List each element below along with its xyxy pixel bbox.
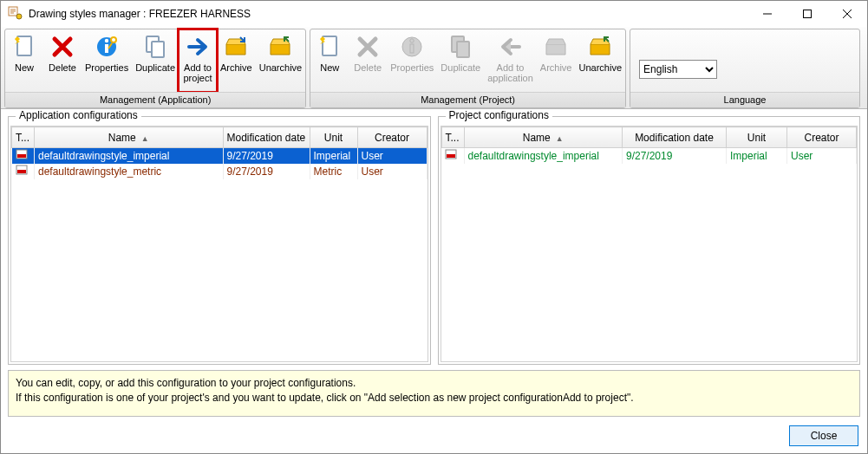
- proj-archive-button[interactable]: Archive: [537, 29, 576, 92]
- duplicate-icon: [447, 33, 474, 61]
- table-row[interactable]: defaultdrawingstyle_imperial 9/27/2019 I…: [12, 148, 427, 164]
- maximize-button[interactable]: [787, 1, 827, 27]
- ribbon: New Delete Properties Duplicate Add to p…: [1, 27, 867, 109]
- cell-mod: 9/27/2019: [223, 148, 310, 164]
- app-icon: [8, 6, 23, 22]
- col-unit[interactable]: Unit: [727, 127, 787, 148]
- info-panel: You can edit, copy, or add this configur…: [8, 370, 860, 417]
- close-window-button[interactable]: [827, 1, 867, 27]
- proj-unarchive-button[interactable]: Unarchive: [576, 29, 626, 92]
- ribbon-group-lang-caption: Language: [630, 92, 859, 107]
- project-configurations-pane: Project configurations T... Name▲ Modifi…: [438, 116, 861, 365]
- proj-delete-button[interactable]: Delete: [349, 29, 387, 92]
- svg-rect-23: [17, 170, 26, 173]
- proj-properties-button[interactable]: Properties: [387, 29, 437, 92]
- dwg-file-icon: [16, 165, 28, 175]
- proj-add-to-application-button[interactable]: Add to application: [484, 29, 537, 92]
- arrow-right-icon: [184, 33, 212, 61]
- language-select[interactable]: English: [639, 60, 717, 79]
- app-new-button[interactable]: New: [5, 29, 43, 92]
- proj-properties-label: Properties: [390, 62, 434, 73]
- bottom-bar: Close: [1, 422, 867, 453]
- archive-icon: [542, 33, 570, 61]
- sort-asc-icon: ▲: [141, 134, 149, 143]
- cell-unit: Imperial: [727, 148, 787, 164]
- application-configurations-table[interactable]: T... Name▲ Modification date Unit Creato…: [11, 126, 427, 179]
- svg-rect-19: [457, 42, 469, 57]
- dwg-file-icon: [16, 149, 28, 159]
- col-creator[interactable]: Creator: [357, 127, 427, 148]
- left-pane-title: Application configurations: [16, 109, 141, 121]
- svg-point-9: [111, 37, 116, 42]
- unarchive-icon: [266, 33, 294, 61]
- app-add-label: Add to project: [183, 62, 212, 83]
- proj-duplicate-label: Duplicate: [441, 62, 480, 73]
- svg-rect-16: [410, 44, 414, 53]
- properties-icon: [398, 33, 426, 61]
- cell-unit: Metric: [310, 164, 357, 179]
- col-creator[interactable]: Creator: [787, 127, 857, 148]
- ribbon-group-project: New Delete Properties Duplicate Add to a…: [310, 29, 626, 108]
- app-properties-label: Properties: [85, 62, 128, 73]
- new-icon: [316, 33, 343, 61]
- table-row[interactable]: defaultdrawingstyle_imperial 9/27/2019 I…: [441, 148, 857, 164]
- ribbon-group-language: English Language: [630, 29, 860, 108]
- titlebar: Drawing styles manager : FREEZER HARNESS: [1, 1, 867, 27]
- app-add-to-project-button[interactable]: Add to project: [179, 29, 217, 92]
- body: Application configurations T... Name▲ Mo…: [1, 109, 867, 368]
- svg-rect-25: [447, 154, 455, 158]
- unarchive-icon: [586, 33, 614, 61]
- cell-mod: 9/27/2019: [223, 164, 310, 179]
- svg-point-8: [105, 39, 108, 42]
- ribbon-group-application: New Delete Properties Duplicate Add to p…: [4, 29, 306, 108]
- new-icon: [10, 33, 38, 61]
- svg-rect-7: [105, 44, 108, 53]
- arrow-left-icon: [497, 33, 525, 61]
- ribbon-group-app-caption: Management (Application): [5, 92, 305, 107]
- window: Drawing styles manager : FREEZER HARNESS…: [0, 0, 868, 454]
- table-row[interactable]: defaultdrawingstyle_metric 9/27/2019 Met…: [12, 164, 427, 179]
- delete-icon: [354, 33, 382, 61]
- sort-asc-icon: ▲: [556, 134, 564, 143]
- dwg-file-icon: [445, 149, 457, 159]
- proj-new-button[interactable]: New: [310, 29, 349, 92]
- info-line-2: If this configuration is one of your pro…: [16, 391, 852, 405]
- cell-creator: User: [357, 164, 427, 179]
- col-mod[interactable]: Modification date: [223, 127, 310, 148]
- col-type[interactable]: T...: [441, 127, 464, 148]
- col-name[interactable]: Name▲: [35, 127, 224, 148]
- properties-icon: [93, 33, 121, 61]
- ribbon-group-proj-caption: Management (Project): [310, 92, 625, 107]
- svg-point-1: [16, 14, 22, 19]
- app-unarchive-button[interactable]: Unarchive: [256, 29, 306, 92]
- archive-icon: [222, 33, 250, 61]
- col-name[interactable]: Name▲: [464, 127, 623, 148]
- app-unarchive-label: Unarchive: [259, 62, 303, 73]
- cell-unit: Imperial: [310, 148, 357, 164]
- col-mod[interactable]: Modification date: [623, 127, 727, 148]
- minimize-button[interactable]: [747, 1, 787, 27]
- cell-name: defaultdrawingstyle_imperial: [464, 148, 623, 164]
- app-delete-button[interactable]: Delete: [43, 29, 82, 92]
- duplicate-icon: [141, 33, 169, 61]
- app-properties-button[interactable]: Properties: [82, 29, 132, 92]
- app-duplicate-label: Duplicate: [135, 62, 175, 73]
- col-type[interactable]: T...: [12, 127, 35, 148]
- svg-point-17: [410, 39, 414, 42]
- app-delete-label: Delete: [49, 62, 76, 73]
- right-pane-title: Project configurations: [446, 109, 552, 121]
- application-configurations-pane: Application configurations T... Name▲ Mo…: [8, 116, 431, 365]
- proj-archive-label: Archive: [540, 62, 572, 73]
- close-button[interactable]: Close: [789, 425, 858, 446]
- svg-rect-2: [804, 10, 812, 18]
- cell-mod: 9/27/2019: [623, 148, 727, 164]
- app-new-label: New: [15, 62, 34, 73]
- proj-unarchive-label: Unarchive: [579, 62, 623, 73]
- project-configurations-table[interactable]: T... Name▲ Modification date Unit Creato…: [441, 126, 858, 164]
- col-unit[interactable]: Unit: [310, 127, 357, 148]
- app-archive-button[interactable]: Archive: [217, 29, 256, 92]
- app-duplicate-button[interactable]: Duplicate: [132, 29, 179, 92]
- cell-creator: User: [357, 148, 427, 164]
- svg-rect-21: [17, 154, 26, 158]
- proj-duplicate-button[interactable]: Duplicate: [437, 29, 484, 92]
